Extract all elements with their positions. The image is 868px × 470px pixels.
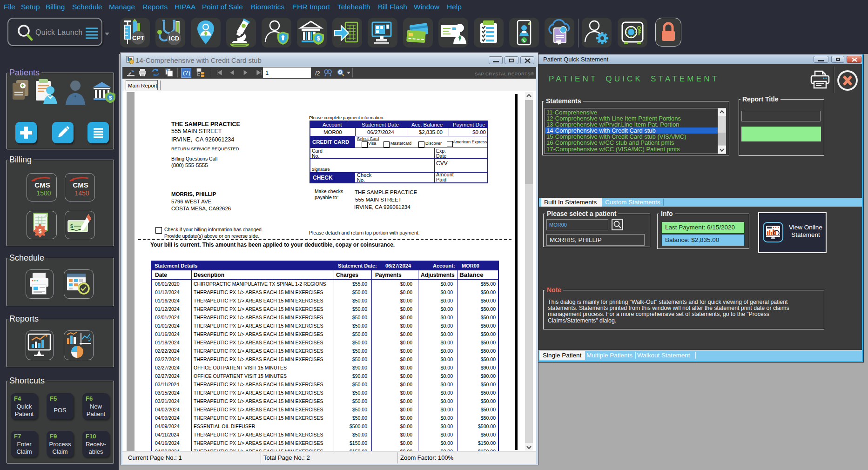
svg-text:$: $ [70,223,73,229]
svg-text:$: $ [109,95,112,101]
svg-text:1500: 1500 [36,189,51,197]
svg-text:CPT: CPT [132,34,144,41]
svg-text:CMS: CMS [73,181,88,189]
svg-text:ICD: ICD [169,35,179,42]
svg-text:CMS: CMS [34,181,50,189]
svg-text:$: $ [39,228,42,235]
svg-text:$: $ [316,35,320,42]
svg-text:1450: 1450 [74,189,89,197]
